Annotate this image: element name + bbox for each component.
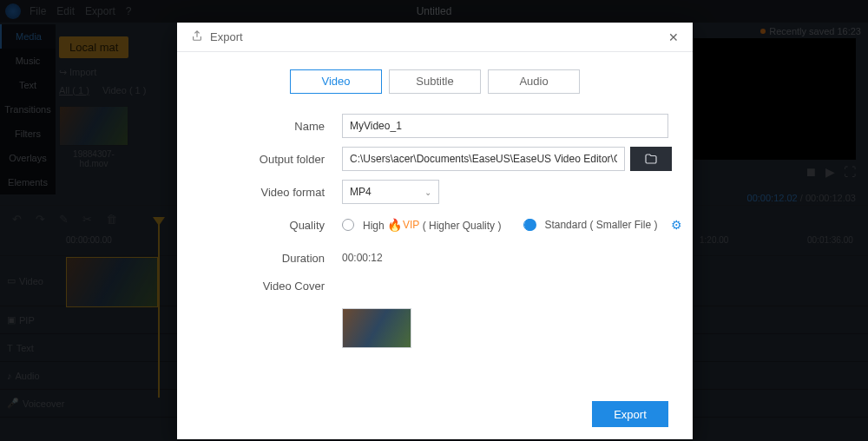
export-dialog-title: Export [210,30,243,43]
quality-standard-radio[interactable]: ✔ [523,219,536,231]
quality-standard-label: Standard ( Smaller File ) [544,219,657,231]
browse-folder-button[interactable] [630,147,672,171]
export-button[interactable]: Export [592,401,668,427]
chevron-down-icon: ⌄ [424,188,431,197]
label-output-folder: Output folder [177,153,342,166]
output-folder-input[interactable] [342,147,625,171]
folder-icon [644,152,658,166]
label-quality: Quality [177,219,342,232]
label-video-format: Video format [177,186,342,199]
duration-value: 00:00:12 [342,252,383,264]
export-icon [191,30,203,44]
tab-audio[interactable]: Audio [488,69,580,94]
export-dialog: Export ✕ Video Subtitle Audio Name Outpu… [177,23,693,439]
quality-high-label: High 🔥VIP ( Higher Quality ) [363,218,501,232]
quality-settings-button[interactable]: ⚙ [671,218,682,232]
tab-subtitle[interactable]: Subtitle [389,69,481,94]
tab-video[interactable]: Video [290,69,382,94]
video-cover-thumbnail[interactable] [342,308,411,348]
close-button[interactable]: ✕ [668,30,679,44]
export-form: Name Output folder Video format MP4 ⌄ Qu… [177,109,693,348]
video-format-select[interactable]: MP4 ⌄ [342,180,439,204]
label-video-cover: Video Cover [177,278,342,293]
flame-icon: 🔥 [387,218,402,232]
name-input[interactable] [342,114,668,138]
label-duration: Duration [177,252,342,265]
export-tabs: Video Subtitle Audio [177,69,693,94]
quality-high-radio[interactable] [342,219,354,231]
label-name: Name [177,120,342,133]
